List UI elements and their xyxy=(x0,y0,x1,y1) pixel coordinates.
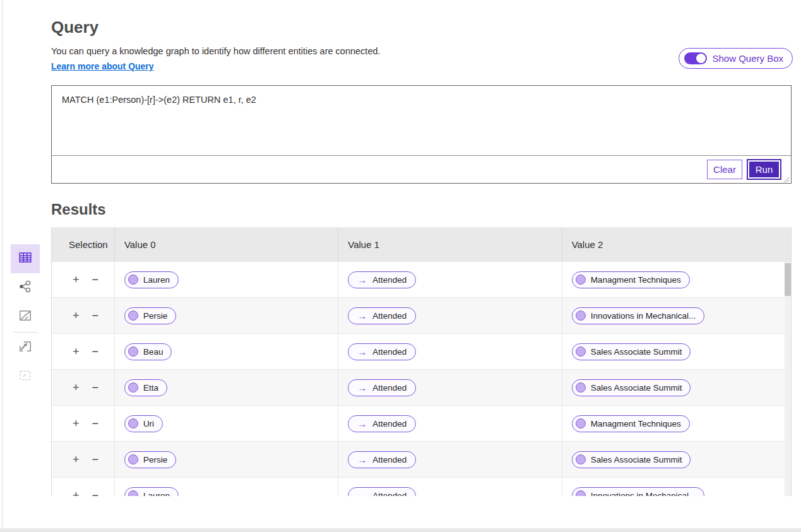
entity-label: Lauren xyxy=(143,491,170,497)
toggle-label: Show Query Box xyxy=(712,53,783,64)
add-to-selection-button[interactable]: + xyxy=(73,418,80,429)
relationship-chip[interactable]: → Attended xyxy=(348,415,416,432)
sidebar-item-map-view[interactable] xyxy=(11,302,40,331)
table-row: + − Lauren → Attended Innovations in Mec… xyxy=(52,478,791,496)
link-chart-icon xyxy=(18,280,32,296)
relationship-chip[interactable]: → Attended xyxy=(348,271,416,288)
relationship-chip[interactable]: → Attended xyxy=(348,379,416,396)
resize-handle[interactable] xyxy=(782,174,790,182)
clear-button[interactable]: Clear xyxy=(707,160,742,179)
table-row: + − Persie → Attended Sales Associate Su… xyxy=(52,442,791,478)
remove-from-selection-button[interactable]: − xyxy=(92,346,99,357)
remove-from-selection-button[interactable]: − xyxy=(92,382,99,393)
entity-chip[interactable]: Managment Techniques xyxy=(572,415,690,432)
results-title: Results xyxy=(51,201,106,218)
entity-chip[interactable]: Managment Techniques xyxy=(572,271,690,288)
entity-chip[interactable]: Sales Associate Summit xyxy=(572,379,691,396)
relationship-chip[interactable]: → Attended xyxy=(348,487,416,497)
entity-dot-icon xyxy=(128,418,138,429)
table-scrollbar[interactable] xyxy=(785,262,791,496)
entity-dot-icon xyxy=(128,310,138,321)
table-row: + − Uri → Attended Managment Techniques xyxy=(52,406,791,442)
add-to-selection-button[interactable]: + xyxy=(73,310,80,321)
entity-label: Sales Associate Summit xyxy=(591,347,682,357)
entity-dot-icon xyxy=(576,346,586,357)
entity-chip[interactable]: Sales Associate Summit xyxy=(572,343,691,360)
query-description: You can query a knowledge graph to ident… xyxy=(51,46,381,56)
entity-dot-icon xyxy=(576,382,586,393)
query-input[interactable]: MATCH (e1:Person)-[r]->(e2) RETURN e1, r… xyxy=(52,86,791,156)
entity-dot-icon xyxy=(576,490,586,496)
entity-label: Persie xyxy=(143,455,167,464)
entity-label: Managment Techniques xyxy=(591,275,681,285)
column-header-value2: Value 2 xyxy=(562,227,791,262)
show-query-box-toggle[interactable]: Show Query Box xyxy=(679,48,793,69)
remove-from-selection-button[interactable]: − xyxy=(92,490,99,496)
entity-chip[interactable]: Persie xyxy=(124,307,176,324)
entity-dot-icon xyxy=(128,346,138,357)
query-box: MATCH (e1:Person)-[r]->(e2) RETURN e1, r… xyxy=(51,85,792,184)
entity-dot-icon xyxy=(128,454,138,464)
entity-label: Innovations in Mechanical... xyxy=(591,311,696,321)
results-view-sidebar xyxy=(11,244,40,391)
results-card: Selection Value 0 Value 1 Value 2 + − La… xyxy=(51,227,792,496)
add-to-selection-button[interactable]: + xyxy=(73,454,80,465)
sidebar-item-add-to-map[interactable] xyxy=(11,333,40,362)
remove-from-selection-button[interactable]: − xyxy=(92,310,99,321)
relationship-label: Attended xyxy=(372,455,406,464)
add-to-selection-button[interactable]: + xyxy=(73,490,80,496)
entity-label: Lauren xyxy=(143,275,170,285)
query-page: Query You can query a knowledge graph to… xyxy=(0,0,801,532)
relationship-label: Attended xyxy=(372,347,406,357)
relationship-label: Attended xyxy=(372,419,406,429)
sidebar-item-table-view[interactable] xyxy=(11,244,40,273)
remove-from-selection-button[interactable]: − xyxy=(92,274,99,285)
entity-chip[interactable]: Beau xyxy=(124,343,172,360)
add-to-selection-button[interactable]: + xyxy=(73,382,80,393)
relationship-label: Attended xyxy=(372,383,406,393)
arrow-right-icon: → xyxy=(357,383,367,393)
entity-chip[interactable]: Innovations in Mechanical... xyxy=(572,307,705,324)
relationship-chip[interactable]: → Attended xyxy=(348,451,416,468)
entity-label: Persie xyxy=(143,311,167,321)
entity-label: Sales Associate Summit xyxy=(591,383,682,393)
entity-dot-icon xyxy=(128,275,138,285)
add-to-selection-button[interactable]: + xyxy=(73,346,80,357)
entity-chip[interactable]: Innovations in Mechanical... xyxy=(572,487,705,497)
page-title: Query xyxy=(51,18,98,37)
sidebar-item-link-chart-view[interactable] xyxy=(11,273,40,302)
entity-dot-icon xyxy=(128,490,138,496)
entity-chip[interactable]: Persie xyxy=(124,451,176,468)
entity-label: Sales Associate Summit xyxy=(591,455,682,464)
entity-chip[interactable]: Uri xyxy=(124,415,163,432)
column-header-value1: Value 1 xyxy=(338,227,562,262)
sidebar-item-add-to-link-chart xyxy=(11,362,40,391)
arrow-right-icon: → xyxy=(357,491,367,497)
relationship-chip[interactable]: → Attended xyxy=(348,307,416,324)
add-to-map-icon xyxy=(18,340,32,356)
entity-chip[interactable]: Etta xyxy=(124,379,167,396)
arrow-right-icon: → xyxy=(357,455,367,464)
run-button[interactable]: Run xyxy=(748,160,780,179)
relationship-label: Attended xyxy=(372,491,406,497)
entity-dot-icon xyxy=(576,275,586,285)
entity-dot-icon xyxy=(576,454,586,464)
entity-chip[interactable]: Lauren xyxy=(124,271,179,288)
query-actions: Clear Run xyxy=(52,156,791,183)
scrollbar-thumb[interactable] xyxy=(785,263,791,296)
entity-label: Etta xyxy=(143,383,158,393)
entity-chip[interactable]: Lauren xyxy=(124,487,179,497)
entity-chip[interactable]: Sales Associate Summit xyxy=(572,451,691,468)
arrow-right-icon: → xyxy=(357,419,367,429)
remove-from-selection-button[interactable]: − xyxy=(92,418,99,429)
add-to-selection-button[interactable]: + xyxy=(73,274,80,285)
remove-from-selection-button[interactable]: − xyxy=(92,454,99,465)
relationship-chip[interactable]: → Attended xyxy=(348,343,416,360)
arrow-right-icon: → xyxy=(357,275,367,285)
entity-dot-icon xyxy=(576,418,586,429)
learn-more-link[interactable]: Learn more about Query xyxy=(51,61,154,71)
table-view-icon xyxy=(18,251,32,267)
toggle-switch-icon[interactable] xyxy=(684,52,707,64)
results-table: Selection Value 0 Value 1 Value 2 + − La… xyxy=(51,227,792,496)
panel-left-border xyxy=(2,0,3,528)
